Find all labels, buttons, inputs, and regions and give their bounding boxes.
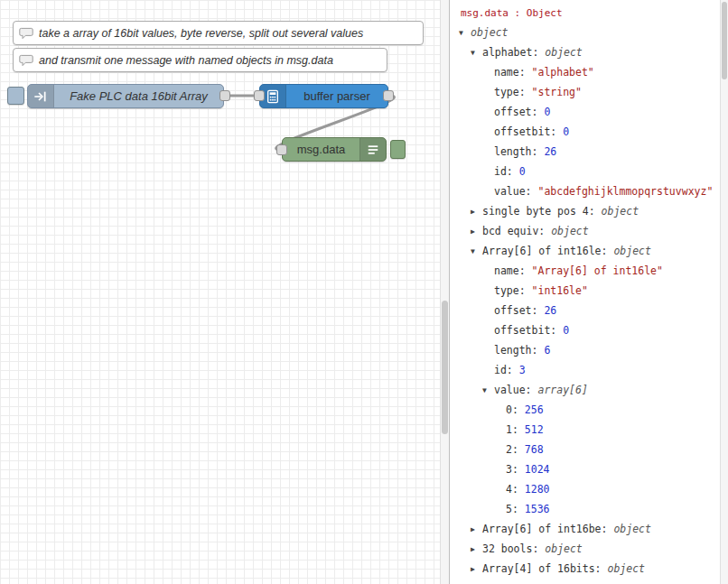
debug-tree-row: type: "int16le" bbox=[450, 281, 720, 301]
debug-value: array[6] bbox=[537, 384, 587, 396]
debug-message-path[interactable]: msg.data : Object bbox=[450, 0, 720, 21]
list-icon bbox=[359, 138, 386, 161]
sidebar-vertical-scrollbar[interactable] bbox=[720, 0, 728, 584]
debug-value: 1280 bbox=[525, 483, 550, 496]
debug-input-port[interactable] bbox=[276, 144, 287, 155]
flow-canvas[interactable]: take a array of 16bit values, byte rever… bbox=[0, 0, 440, 584]
debug-value: "int16le" bbox=[532, 284, 588, 297]
debug-tree-row: 3: 1024 bbox=[450, 459, 720, 479]
debug-value: 768 bbox=[525, 443, 544, 456]
buffer-parser-output-port[interactable] bbox=[383, 90, 394, 101]
debug-key: type: bbox=[494, 86, 532, 98]
debug-key: 0: bbox=[506, 403, 525, 416]
debug-tree-row: ▶32 bools: object bbox=[450, 539, 720, 559]
expand-arrow-icon[interactable]: ▶ bbox=[471, 540, 482, 560]
debug-key: value: bbox=[494, 384, 537, 396]
speech-bubble-icon bbox=[19, 53, 33, 68]
debug-value: "alphabet" bbox=[532, 66, 594, 79]
debug-value: "string" bbox=[532, 86, 582, 98]
debug-tree-row: 2: 768 bbox=[450, 440, 720, 459]
debug-key: id: bbox=[494, 364, 519, 376]
debug-value: object bbox=[471, 26, 509, 39]
debug-tree-row: ▶Array[6] of int16be: object bbox=[450, 519, 720, 539]
debug-tree-row: length: 26 bbox=[450, 142, 720, 162]
debug-value: 0 bbox=[563, 324, 569, 337]
debug-tree-row: name: "Array[6] of int16le" bbox=[450, 261, 720, 281]
debug-node-label: msg.data bbox=[283, 143, 359, 156]
debug-value: 0 bbox=[544, 106, 550, 118]
arrow-in-icon bbox=[28, 85, 54, 107]
debug-key: name: bbox=[494, 66, 532, 79]
debug-key: type: bbox=[494, 284, 532, 297]
debug-value: 3 bbox=[519, 364, 526, 376]
debug-value: 26 bbox=[544, 145, 556, 158]
inject-output-port[interactable] bbox=[219, 90, 230, 101]
debug-key: alphabet: bbox=[482, 46, 545, 59]
expand-arrow-icon[interactable]: ▶ bbox=[471, 202, 482, 222]
debug-tree-row: ▼object bbox=[450, 23, 720, 42]
debug-tree-row: id: 0 bbox=[450, 162, 720, 181]
debug-key: bcd equiv: bbox=[482, 225, 551, 237]
comment-node-1[interactable]: take a array of 16bit values, byte rever… bbox=[13, 21, 424, 45]
comment-label: take a array of 16bit values, byte rever… bbox=[39, 27, 363, 40]
debug-tree-row: ▼Array[6] of int16le: object bbox=[450, 241, 720, 261]
debug-key: offsetbit: bbox=[494, 324, 563, 337]
debug-key: offset: bbox=[494, 304, 544, 317]
debug-tree-row: offsetbit: 0 bbox=[450, 122, 720, 142]
canvas-scrollbar-thumb[interactable] bbox=[442, 301, 448, 434]
debug-key: 32 bools: bbox=[482, 542, 545, 555]
debug-sidebar: msg.data : Object ▼object▼alphabet: obje… bbox=[449, 0, 720, 584]
expand-arrow-icon[interactable]: ▶ bbox=[471, 222, 482, 242]
canvas-vertical-scrollbar[interactable] bbox=[440, 0, 449, 584]
inject-node[interactable]: Fake PLC data 16bit Array bbox=[27, 84, 224, 108]
debug-value: 1024 bbox=[525, 463, 550, 476]
buffer-parser-node[interactable]: buffer parser bbox=[259, 84, 388, 108]
debug-key: value: bbox=[494, 185, 537, 198]
debug-tree-row: length: 6 bbox=[450, 340, 720, 360]
debug-key: length: bbox=[494, 145, 544, 158]
debug-value: 256 bbox=[525, 403, 544, 416]
debug-value: object bbox=[551, 225, 589, 237]
debug-key: Array[4] of 16bits: bbox=[482, 562, 607, 575]
comment-node-2[interactable]: and transmit one message with named obje… bbox=[13, 48, 387, 72]
debug-key: Array[6] of int16le: bbox=[482, 245, 613, 257]
speech-bubble-icon bbox=[19, 26, 33, 41]
debug-key: offset: bbox=[494, 106, 544, 118]
sidebar-scrollbar-thumb[interactable] bbox=[722, 2, 727, 79]
collapse-arrow-icon[interactable]: ▼ bbox=[482, 381, 494, 401]
collapse-arrow-icon[interactable]: ▼ bbox=[471, 242, 482, 262]
debug-key: 4: bbox=[506, 483, 525, 496]
debug-tree: ▼object▼alphabet: objectname: "alphabet"… bbox=[450, 23, 720, 579]
debug-tree-row: 0: 256 bbox=[450, 400, 720, 420]
debug-tree-row: ▼alphabet: object bbox=[450, 42, 720, 62]
debug-value: object bbox=[545, 46, 583, 59]
debug-tree-row: offset: 26 bbox=[450, 301, 720, 320]
debug-value: 0 bbox=[563, 125, 569, 138]
debug-tree-row: id: 3 bbox=[450, 360, 720, 380]
debug-enable-toggle[interactable] bbox=[390, 140, 406, 159]
debug-value: object bbox=[545, 542, 583, 555]
debug-key: id: bbox=[494, 165, 519, 178]
debug-value: object bbox=[613, 523, 651, 535]
debug-value: object bbox=[613, 245, 651, 257]
debug-value: 6 bbox=[544, 344, 550, 357]
expand-arrow-icon[interactable]: ▶ bbox=[471, 560, 482, 579]
debug-key: 2: bbox=[506, 443, 525, 456]
buffer-parser-input-port[interactable] bbox=[254, 90, 265, 101]
expand-arrow-icon[interactable]: ▶ bbox=[471, 520, 482, 540]
debug-key: 5: bbox=[506, 503, 525, 515]
debug-node[interactable]: msg.data bbox=[282, 137, 387, 162]
debug-value: 0 bbox=[519, 165, 526, 178]
inject-trigger-button[interactable] bbox=[7, 87, 24, 105]
debug-tree-row: ▶bcd equiv: object bbox=[450, 221, 720, 241]
collapse-arrow-icon[interactable]: ▼ bbox=[471, 43, 482, 63]
debug-value: 1536 bbox=[525, 503, 550, 515]
debug-tree-row: value: "abcdefghijklmmopqrstuvwxyz" bbox=[450, 181, 720, 201]
debug-value: object bbox=[602, 205, 639, 218]
debug-value: "abcdefghijklmmopqrstuvwxyz" bbox=[537, 185, 713, 198]
inject-node-label: Fake PLC data 16bit Array bbox=[54, 89, 223, 103]
debug-value: object bbox=[607, 562, 645, 575]
collapse-arrow-icon[interactable]: ▼ bbox=[459, 23, 471, 43]
debug-key: 1: bbox=[506, 423, 525, 436]
buffer-parser-node-label: buffer parser bbox=[286, 89, 387, 103]
